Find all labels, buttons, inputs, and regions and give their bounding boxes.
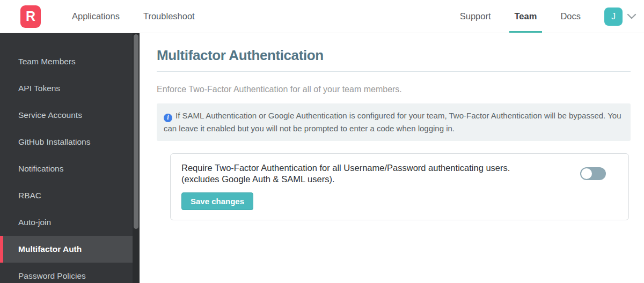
sidebar-item-github-installations[interactable]: GitHub Installations <box>0 129 140 155</box>
active-indicator <box>0 236 3 263</box>
two-factor-setting-card: Require Two-Factor Authentication for al… <box>170 153 629 220</box>
info-note-text: If SAML Authentication or Google Authent… <box>164 111 621 133</box>
nav-item-applications[interactable]: Applications <box>67 0 125 33</box>
avatar[interactable]: J <box>604 8 623 26</box>
nav-item-docs[interactable]: Docs <box>555 0 586 33</box>
saml-info-note: iIf SAML Authentication or Google Authen… <box>157 103 631 141</box>
sidebar-item-password-policies[interactable]: Password Policies <box>0 263 140 283</box>
setting-label-line1: Require Two-Factor Authentication for al… <box>181 162 559 174</box>
setting-label: Require Two-Factor Authentication for al… <box>181 162 580 184</box>
top-header: R Applications Troubleshoot Support Team… <box>0 0 644 33</box>
title-divider <box>157 71 631 72</box>
setting-label-line2: (excludes Google Auth & SAML users). <box>181 174 559 185</box>
nav-item-troubleshoot[interactable]: Troubleshoot <box>138 0 200 33</box>
sidebar-scrollbar-thumb[interactable] <box>134 34 138 229</box>
setting-row: Require Two-Factor Authentication for al… <box>181 162 618 184</box>
save-changes-button[interactable]: Save changes <box>181 192 253 210</box>
sidebar-item-team-members[interactable]: Team Members <box>0 48 140 75</box>
chevron-down-icon[interactable] <box>627 13 636 19</box>
page-description: Enforce Two-Factor Authentication for al… <box>157 85 631 94</box>
toggle-knob <box>581 168 592 179</box>
main-content: Multifactor Authentication Enforce Two-F… <box>140 33 644 283</box>
sidebar-item-service-accounts[interactable]: Service Accounts <box>0 102 140 129</box>
secondary-nav: Support Team Docs J <box>448 0 636 33</box>
sidebar-item-multifactor-auth[interactable]: Multifactor Auth <box>0 236 140 263</box>
rollbar-logo[interactable]: R <box>20 5 41 28</box>
nav-item-support[interactable]: Support <box>455 0 496 33</box>
sidebar-item-notifications[interactable]: Notifications <box>0 155 140 182</box>
primary-nav: Applications Troubleshoot <box>60 0 207 33</box>
page-body: Team Members API Tokens Service Accounts… <box>0 33 644 283</box>
sidebar-item-rbac[interactable]: RBAC <box>0 182 140 209</box>
two-factor-toggle[interactable] <box>580 167 606 180</box>
sidebar-item-label: Multifactor Auth <box>18 244 82 254</box>
sidebar-item-api-tokens[interactable]: API Tokens <box>0 75 140 102</box>
user-menu[interactable]: J <box>604 8 636 26</box>
page-title: Multifactor Authentication <box>157 47 631 64</box>
settings-sidebar: Team Members API Tokens Service Accounts… <box>0 33 140 283</box>
nav-item-team[interactable]: Team <box>509 0 543 33</box>
info-icon: i <box>164 114 172 122</box>
sidebar-item-auto-join[interactable]: Auto-join <box>0 209 140 236</box>
